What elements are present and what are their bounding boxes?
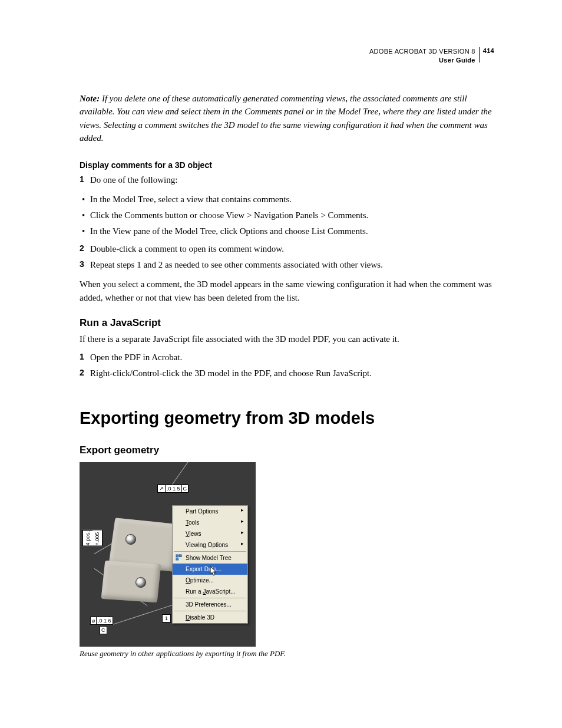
header-guide: User Guide [369,56,475,65]
model-part [101,561,161,603]
bullet-item: In the Model Tree, select a view that co… [80,193,494,206]
chapter-title: Exporting geometry from 3D models [80,409,494,428]
note-text: If you delete one of these automatically… [80,94,492,143]
menu-item-3d-preferences[interactable]: 3D Preferences... [173,599,247,610]
step-2: 2Double-click a comment to open its comm… [80,242,494,256]
menu-item-part-options[interactable]: Part Options [173,506,247,517]
menu-item-viewing-options[interactable]: Viewing Options [173,539,247,551]
dimension-label-index: 1 [162,614,171,622]
menu-separator [174,598,246,598]
menu-item-views[interactable]: Views [173,528,247,539]
step-1: 1Do one of the following: [80,173,494,187]
svg-rect-1 [179,555,181,557]
menu-separator [174,551,246,552]
dimension-label-top: ↗ .0 1 5 C [157,485,189,493]
svg-rect-0 [176,555,178,557]
menu-item-tools[interactable]: Tools [173,517,247,528]
figure: ↗ .0 1 5 C 4 pos. +.005 ⌀ .0 1 6 C 1 [80,462,494,658]
menu-item-show-model-tree[interactable]: Show Model Tree [173,552,247,564]
menu-item-disable-3d[interactable]: Disable 3D [173,612,247,623]
svg-rect-2 [176,558,178,561]
note-label: Note: [80,94,100,103]
model-tree-icon [176,554,182,561]
section-intro: If there is a separate JavaScript file a… [80,332,494,346]
cursor-icon [210,566,218,577]
menu-separator [174,611,246,611]
note-paragraph: Note: If you delete one of these automat… [80,92,494,145]
section-title-export-geometry: Export geometry [80,444,494,456]
menu-item-run-javascript[interactable]: Run a JavaScript... [173,586,247,597]
dimension-label-bottom-2: C [100,626,107,634]
section-title-display-comments: Display comments for a 3D object [80,160,494,170]
dimension-label-bottom: ⌀ .0 1 6 [90,617,113,625]
header-product: ADOBE ACROBAT 3D VERSION 8 [369,47,475,56]
section-title-run-javascript: Run a JavaScript [80,317,494,329]
figure-caption: Reuse geometry in other applications by … [80,649,494,658]
page-header: ADOBE ACROBAT 3D VERSION 8 User Guide 41… [80,47,494,65]
step-1: 1Open the PDF in Acrobat. [80,351,494,364]
bullet-item: Click the Comments button or choose View… [80,209,494,222]
page-number: 414 [479,47,494,62]
bullet-item: In the View pane of the Model Tree, clic… [80,225,494,238]
section-paragraph: When you select a comment, the 3D model … [80,278,494,304]
step-3: 3Repeat steps 1 and 2 as needed to see o… [80,258,494,272]
figure-viewport: ↗ .0 1 5 C 4 pos. +.005 ⌀ .0 1 6 C 1 [80,462,256,647]
dimension-label-side: 4 pos. +.005 [82,530,103,546]
context-menu[interactable]: Part Options Tools Views Viewing Options… [172,505,248,624]
step-2: 2Right-click/Control-click the 3D model … [80,367,494,380]
